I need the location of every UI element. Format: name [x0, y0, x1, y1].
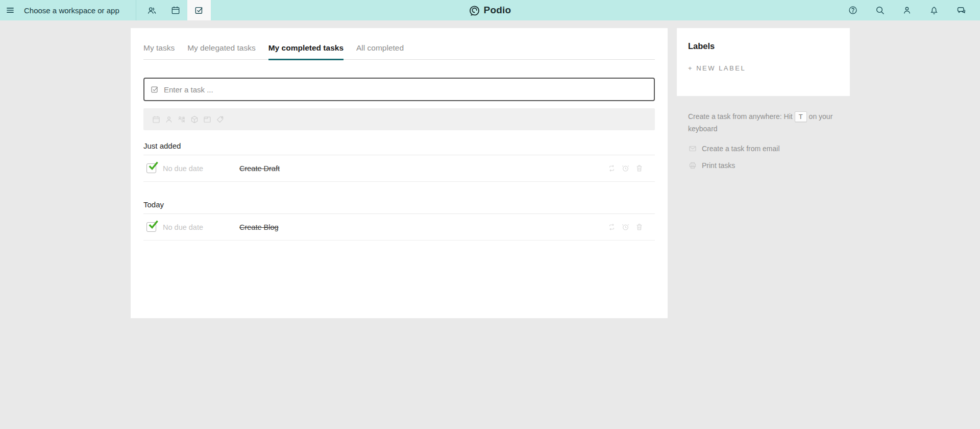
tag-icon[interactable]	[215, 115, 225, 124]
completed-checkbox[interactable]	[146, 163, 156, 173]
keyboard-tip: Create a task from anywhere: HitTon your…	[688, 110, 841, 135]
tab-my-completed-tasks[interactable]: My completed tasks	[268, 43, 344, 59]
composer-toolbar	[143, 108, 655, 130]
delete-icon[interactable]	[635, 223, 644, 231]
topbar-right	[848, 0, 967, 20]
create-task-from-email[interactable]: Create a task from email	[688, 142, 841, 155]
task-input[interactable]	[164, 85, 648, 94]
row-actions	[607, 223, 655, 231]
podio-logo[interactable]: Podio	[469, 0, 511, 20]
check-square-icon	[150, 85, 159, 94]
topbar: Choose a workspace or app	[0, 0, 980, 20]
org-chart-icon[interactable]	[177, 115, 186, 124]
due-date-label: No due date	[163, 164, 239, 173]
logo-text: Podio	[484, 5, 511, 16]
envelope-icon	[688, 144, 697, 153]
workspace-selector[interactable]: Choose a workspace or app	[24, 6, 119, 15]
profile-icon[interactable]	[902, 5, 912, 15]
completed-checkbox[interactable]	[146, 222, 156, 232]
repeat-icon[interactable]	[607, 164, 616, 173]
tasks-panel: My tasks My delegated tasks My completed…	[131, 28, 668, 318]
contacts-icon[interactable]	[140, 0, 164, 20]
keyboard-tip-prefix: Create a task from anywhere: Hit	[688, 112, 793, 121]
task-row: No due date Create Blog	[143, 214, 655, 241]
labels-card: Labels + NEW LABEL	[677, 28, 850, 96]
tab-all-completed[interactable]: All completed	[356, 43, 404, 59]
task-title[interactable]: Create Draft	[239, 164, 280, 173]
app-window-icon[interactable]	[203, 115, 212, 124]
reminder-icon[interactable]	[621, 164, 630, 173]
cube-icon[interactable]	[190, 115, 199, 124]
repeat-icon[interactable]	[607, 223, 616, 231]
due-date-icon[interactable]	[152, 115, 161, 124]
tab-my-delegated-tasks[interactable]: My delegated tasks	[187, 43, 256, 59]
assignee-icon[interactable]	[164, 115, 174, 124]
chat-icon[interactable]	[956, 5, 967, 16]
section-title: Today	[143, 200, 655, 214]
calendar-icon[interactable]	[164, 0, 187, 20]
search-icon[interactable]	[875, 5, 885, 15]
topbar-nav	[140, 0, 211, 20]
task-row: No due date Create Draft	[143, 155, 655, 182]
printer-icon	[688, 161, 697, 170]
section-title: Just added	[143, 141, 655, 155]
menu-icon[interactable]	[0, 0, 20, 20]
topbar-divider	[136, 0, 136, 20]
task-title[interactable]: Create Blog	[239, 223, 279, 231]
keyboard-key-t: T	[795, 111, 807, 122]
tabs: My tasks My delegated tasks My completed…	[143, 43, 655, 60]
task-composer	[143, 78, 655, 101]
podio-logo-icon	[469, 5, 480, 16]
tips: Create a task from anywhere: HitTon your…	[688, 110, 841, 172]
reminder-icon[interactable]	[621, 223, 630, 231]
due-date-label: No due date	[163, 223, 239, 231]
tab-my-tasks[interactable]: My tasks	[143, 43, 175, 59]
labels-title: Labels	[688, 41, 839, 51]
create-task-from-email-label: Create a task from email	[702, 142, 780, 155]
print-tasks-label: Print tasks	[702, 159, 735, 172]
row-actions	[607, 164, 655, 173]
notifications-icon[interactable]	[929, 5, 939, 15]
print-tasks[interactable]: Print tasks	[688, 159, 841, 172]
tasks-icon[interactable]	[187, 0, 211, 20]
new-label-button[interactable]: + NEW LABEL	[688, 64, 839, 72]
delete-icon[interactable]	[635, 164, 644, 173]
help-icon[interactable]	[848, 5, 858, 15]
